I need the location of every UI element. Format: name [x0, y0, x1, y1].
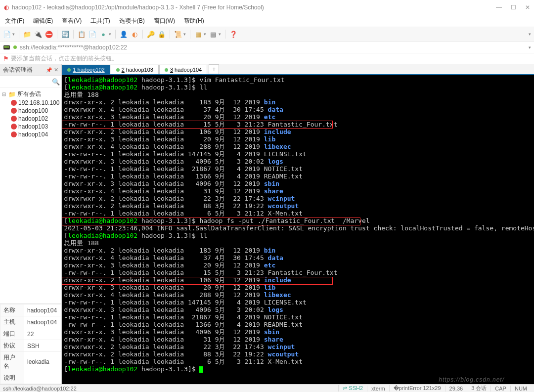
tree-item[interactable]: hadoop103 — [1, 123, 60, 131]
lock-icon[interactable]: 🔒 — [158, 30, 166, 38]
menu-window[interactable]: 窗口(W) — [152, 16, 177, 26]
script-icon[interactable]: 📜 — [174, 30, 182, 38]
connect-icon[interactable]: 🔌 — [34, 30, 42, 38]
new-session-icon[interactable]: 📄 — [3, 30, 11, 38]
terminal[interactable]: [leokadia@hadoop102 hadoop-3.1.3]$ vim F… — [62, 75, 534, 384]
disconnect-icon[interactable]: ⛔ — [45, 30, 53, 38]
panel-title: 会话管理器 — [3, 66, 46, 74]
statusbar: ssh://leokadia@hadoop102:22 ⇌ SSH2 xterm… — [0, 384, 534, 392]
folder-icon: 📁 — [8, 91, 16, 98]
tab[interactable]: 1 hadoop102 — [62, 65, 110, 74]
prop-row: 用户名leokadia — [0, 352, 61, 372]
menubar: 文件(F) 编辑(E) 查看(V) 工具(T) 选项卡(B) 窗口(W) 帮助(… — [0, 15, 534, 27]
pin-icon[interactable]: 📌 — [46, 67, 52, 73]
close-button[interactable]: ✕ — [525, 4, 530, 11]
prop-row: 协议SSH — [0, 340, 61, 352]
open-icon[interactable]: 📁 — [23, 30, 31, 38]
cascade-icon[interactable]: ▦ — [194, 30, 202, 38]
tab-status-icon — [165, 68, 168, 72]
prop-row: 主机hadoop104 — [0, 316, 61, 328]
menu-help[interactable]: 帮助(H) — [182, 16, 206, 26]
status-term: xterm — [367, 386, 389, 392]
key-icon[interactable]: 🔑 — [147, 30, 155, 38]
properties-grid: 名称hadoop104主机hadoop104端口22协议SSH用户名leokad… — [0, 304, 61, 384]
titlebar: ◐ hadoop102 - leokadia@hadoop102:/opt/mo… — [0, 0, 534, 15]
toolbar-overflow[interactable]: ▾ — [529, 32, 531, 37]
menu-view[interactable]: 查看(V) — [60, 16, 84, 26]
menu-tabs[interactable]: 选项卡(B) — [117, 16, 147, 26]
hint-bar: ⚑ 要添加当前会话，点击左侧的箭头按钮。 — [0, 53, 534, 64]
tab[interactable]: 3 hadoop104 — [159, 65, 207, 74]
menu-file[interactable]: 文件(F) — [3, 16, 26, 26]
status-pos: 29,36 — [445, 386, 467, 392]
tree-item[interactable]: hadoop102 — [1, 115, 60, 123]
help-icon[interactable]: ❓ — [229, 30, 237, 38]
tree-item[interactable]: hadoop104 — [1, 131, 60, 138]
session-icon — [11, 131, 17, 137]
hint-text: 要添加当前会话，点击左侧的箭头按钮。 — [11, 54, 118, 63]
search-icon[interactable]: 🔍 — [52, 78, 60, 86]
app-icon: ◐ — [4, 4, 9, 11]
panel-header: 会话管理器 📌 ✕ — [0, 64, 61, 76]
status-sess: 3 会话 — [467, 385, 490, 392]
session-icon — [11, 100, 17, 106]
maximize-button[interactable]: ☐ — [511, 4, 516, 11]
tab-status-icon — [116, 68, 120, 72]
prop-row: 说明 — [0, 372, 61, 384]
tree-item[interactable]: 192.168.10.100 — [1, 99, 60, 107]
minimize-button[interactable]: — — [496, 4, 502, 11]
prop-icon[interactable]: ◐ — [131, 30, 138, 38]
status-num: NUM — [510, 386, 531, 392]
panel-close-icon[interactable]: ✕ — [54, 67, 58, 73]
tree-root[interactable]: ⊟📁所有会话 — [1, 89, 60, 99]
prop-row: 名称hadoop104 — [0, 305, 61, 316]
tree-item[interactable]: hadoop100 — [1, 107, 60, 115]
menu-tools[interactable]: 工具(T) — [89, 16, 112, 26]
session-icon — [11, 116, 17, 122]
tab-add-button[interactable]: + — [209, 64, 219, 74]
copy-icon[interactable]: 📋 — [78, 30, 86, 38]
address-text[interactable]: ssh://leokadia:***********@hadoop102:22 — [20, 44, 527, 51]
flag-icon: ⚑ — [3, 55, 9, 62]
status-size: �printError 121x29 — [389, 385, 445, 392]
session-icon — [11, 124, 17, 130]
tab[interactable]: 2 hadoop103 — [111, 65, 159, 74]
session-tree: ⊟📁所有会话 192.168.10.100hadoop100hadoop102h… — [0, 87, 61, 304]
reconnect-icon[interactable]: 🔄 — [61, 30, 69, 38]
addr-icon: 📟 — [3, 44, 10, 51]
status-addr: ssh://leokadia@hadoop102:22 — [3, 386, 338, 392]
menu-edit[interactable]: 编辑(E) — [31, 16, 55, 26]
tile-icon[interactable]: ▤ — [209, 30, 217, 38]
status-ssh: ⇌ SSH2 — [338, 385, 367, 392]
find-icon[interactable]: ● — [99, 30, 107, 38]
paste-icon[interactable]: 📄 — [89, 30, 96, 38]
window-title: hadoop102 - leokadia@hadoop102:/opt/modu… — [12, 4, 496, 11]
user-icon[interactable]: 👤 — [120, 30, 128, 38]
status-dot-icon — [13, 45, 17, 49]
status-cap: CAP — [490, 386, 510, 392]
address-bar: 📟 ssh://leokadia:***********@hadoop102:2… — [0, 42, 534, 53]
session-icon — [11, 108, 17, 114]
tabbar: 1 hadoop1022 hadoop1033 hadoop104 + ◂ ▸ … — [62, 64, 534, 75]
prop-row: 端口22 — [0, 328, 61, 340]
addr-dropdown[interactable]: ▾ — [529, 45, 531, 50]
toolbar: 📄▾ 📁 🔌 ⛔ 🔄 📋 📄 ●▾ 👤 ◐ 🔑 🔒 📜▾ ▦▾ ▤▾ ❓ ▾ — [0, 27, 534, 42]
tab-status-icon — [67, 68, 71, 72]
session-sidebar: 会话管理器 📌 ✕ 🔍 ⊟📁所有会话 192.168.10.100hadoop1… — [0, 64, 62, 384]
